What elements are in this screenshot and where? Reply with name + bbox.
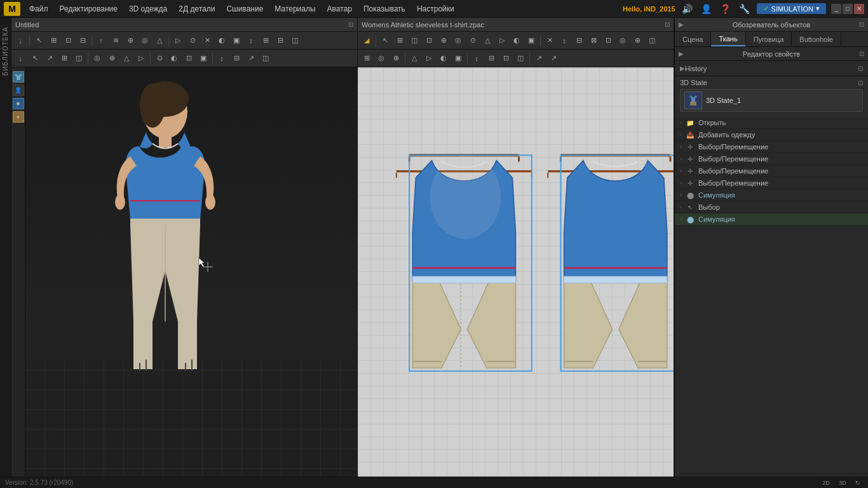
tb2d-tool9[interactable]: △ xyxy=(480,34,494,48)
tb2d2-tool9[interactable]: ⊟ xyxy=(484,51,498,65)
tb2d-tool1[interactable]: ◢ xyxy=(360,34,374,48)
tb2d-tool14[interactable]: ↕ xyxy=(557,34,571,48)
tb2d-tool16[interactable]: ⊠ xyxy=(587,34,600,48)
tb2-tool3[interactable]: ↗ xyxy=(43,51,57,65)
history-item-sim1[interactable]: › ⬤ Симуляция xyxy=(675,189,868,201)
expand-right-icon[interactable]: ▶ xyxy=(679,21,684,28)
icon-shirt[interactable] xyxy=(13,71,24,83)
tb2d-tool19[interactable]: ⊕ xyxy=(630,34,644,48)
tb2d2-tool2[interactable]: ◎ xyxy=(374,51,388,65)
bottom-refresh-icon[interactable]: ↻ xyxy=(853,478,863,488)
tb2-tool16[interactable]: ↗ xyxy=(244,51,258,65)
history-item-open[interactable]: › 📁 Открыть xyxy=(675,117,868,129)
tb2d-tool7[interactable]: ◎ xyxy=(451,34,465,48)
tab-fabric[interactable]: Ткань xyxy=(711,32,745,46)
tb-tool8[interactable]: ◎ xyxy=(138,34,152,48)
sound-icon[interactable]: 🔊 xyxy=(681,2,695,16)
tb-scale-btn[interactable]: ⊡ xyxy=(61,34,75,48)
tb2-tool14[interactable]: ↕ xyxy=(215,51,229,65)
expand-prop-icon[interactable]: ▶ xyxy=(679,50,684,57)
tb-tool6[interactable]: ≋ xyxy=(109,34,123,48)
icon-face[interactable]: ● xyxy=(13,111,24,123)
tb2-tool9[interactable]: ▷ xyxy=(134,51,148,65)
tab-scene[interactable]: Сцена xyxy=(675,32,711,46)
tb2-tool12[interactable]: ⊡ xyxy=(182,51,196,65)
tb2-tool6[interactable]: ◎ xyxy=(90,51,104,65)
tb2d-tool20[interactable]: ◫ xyxy=(645,34,659,48)
simulation-button[interactable]: ✓ SIMULATION ▾ xyxy=(757,3,826,14)
history-item-add-clothes[interactable]: › 📥 Добавить одежду xyxy=(675,129,868,141)
bottom-3d-icon[interactable]: 3D xyxy=(836,478,849,488)
tb2-tool15[interactable]: ⊟ xyxy=(229,51,243,65)
tb-tool16[interactable]: ⊞ xyxy=(259,34,273,48)
tb-tool18[interactable]: ◫ xyxy=(288,34,302,48)
minimize-button[interactable]: _ xyxy=(831,4,841,14)
tab-button[interactable]: Пуговица xyxy=(746,32,792,46)
tb-rotate-btn[interactable]: ⊞ xyxy=(46,34,60,48)
user-icon[interactable]: 👤 xyxy=(700,2,714,16)
tb2-tool8[interactable]: △ xyxy=(119,51,133,65)
history-item-move2[interactable]: › ✛ Выбор/Перемещение xyxy=(675,153,868,165)
maximize-button[interactable]: □ xyxy=(843,4,853,14)
tb-tool14[interactable]: ▣ xyxy=(229,34,243,48)
tab-buttonhole[interactable]: Buttonhole xyxy=(792,32,841,46)
tb2d-tool13[interactable]: ✕ xyxy=(543,34,557,48)
menu-sewing[interactable]: Сшивание xyxy=(221,3,268,15)
menu-file[interactable]: Файл xyxy=(24,3,53,15)
tb-tool11[interactable]: ⊙ xyxy=(186,34,200,48)
tb2d2-tool3[interactable]: ⊕ xyxy=(389,51,403,65)
tb2d-tool6[interactable]: ⊕ xyxy=(437,34,451,48)
pin-history-icon[interactable]: ⊡ xyxy=(858,65,863,72)
expand-history-icon[interactable]: ▶ xyxy=(680,65,685,72)
history-item-move4[interactable]: › ✛ Выбор/Перемещение xyxy=(675,177,868,189)
tb-move-btn[interactable]: ↖ xyxy=(32,34,46,48)
menu-avatar[interactable]: Аватар xyxy=(322,3,357,15)
tb2-tool17[interactable]: ◫ xyxy=(259,51,273,65)
tb2-tool1[interactable]: ↓ xyxy=(13,51,27,65)
tb2d-tool4[interactable]: ◫ xyxy=(407,34,421,48)
tb2-tool4[interactable]: ⊞ xyxy=(57,51,71,65)
expand-2d-icon[interactable]: ⊡ xyxy=(665,21,670,28)
logo-button[interactable]: M xyxy=(4,2,20,16)
tb2d-tool18[interactable]: ◎ xyxy=(616,34,630,48)
tb2d2-tool13[interactable]: ↗ xyxy=(546,51,560,65)
history-list[interactable]: › 📁 Открыть › 📥 Добавить одежду › ✛ Выбо… xyxy=(675,117,868,488)
history-item-sim2[interactable]: › ⬤ Симуляция xyxy=(675,214,868,226)
tb2-tool5[interactable]: ◫ xyxy=(72,51,86,65)
dock-right-icon[interactable]: ⊡ xyxy=(859,21,864,28)
menu-settings[interactable]: Настройки xyxy=(412,3,459,15)
expand-3d-icon[interactable]: ⊡ xyxy=(348,21,353,28)
menu-3d-clothes[interactable]: 3D одежда xyxy=(124,3,172,15)
tb2-tool10[interactable]: ⊙ xyxy=(153,51,166,65)
tb2d2-tool5[interactable]: ▷ xyxy=(422,51,436,65)
menu-materials[interactable]: Материалы xyxy=(269,3,320,15)
tb2d2-tool10[interactable]: ⊡ xyxy=(499,51,513,65)
tb-tool4[interactable]: ⊟ xyxy=(76,34,90,48)
icon-blue-square[interactable]: ■ xyxy=(13,98,24,109)
tb2d2-tool8[interactable]: ↕ xyxy=(470,51,484,65)
tb2-tool7[interactable]: ⊕ xyxy=(105,51,119,65)
tb-tool7[interactable]: ⊕ xyxy=(123,34,137,48)
tb-tool10[interactable]: ▷ xyxy=(171,34,185,48)
tb2d-tool17[interactable]: ⊡ xyxy=(601,34,615,48)
menu-2d-details[interactable]: 2Д детали xyxy=(173,3,220,15)
tb2d-tool3[interactable]: ⊞ xyxy=(393,34,407,48)
state-item[interactable]: 3D State_1 xyxy=(680,89,863,112)
tb2d-tool15[interactable]: ⊟ xyxy=(572,34,586,48)
tb2d-tool10[interactable]: ▷ xyxy=(495,34,509,48)
tb2-tool13[interactable]: ▣ xyxy=(196,51,210,65)
tb2d-tool5[interactable]: ⊡ xyxy=(422,34,436,48)
tb2d2-tool11[interactable]: ◫ xyxy=(513,51,527,65)
close-button[interactable]: ✕ xyxy=(854,4,864,14)
tb-tool5[interactable]: ↑ xyxy=(94,34,108,48)
menu-show[interactable]: Показывать xyxy=(358,3,410,15)
tb2d2-tool1[interactable]: ⊞ xyxy=(360,51,374,65)
history-item-move3[interactable]: › ✛ Выбор/Перемещение xyxy=(675,165,868,177)
tb-tool15[interactable]: ↕ xyxy=(244,34,258,48)
tb2-tool11[interactable]: ◐ xyxy=(167,51,181,65)
viewport-3d-content[interactable] xyxy=(25,67,357,488)
tb2d2-tool7[interactable]: ▣ xyxy=(451,51,465,65)
tb2d-tool11[interactable]: ◐ xyxy=(510,34,524,48)
tb2d2-tool4[interactable]: △ xyxy=(407,51,421,65)
tb-tool17[interactable]: ⊟ xyxy=(273,34,287,48)
